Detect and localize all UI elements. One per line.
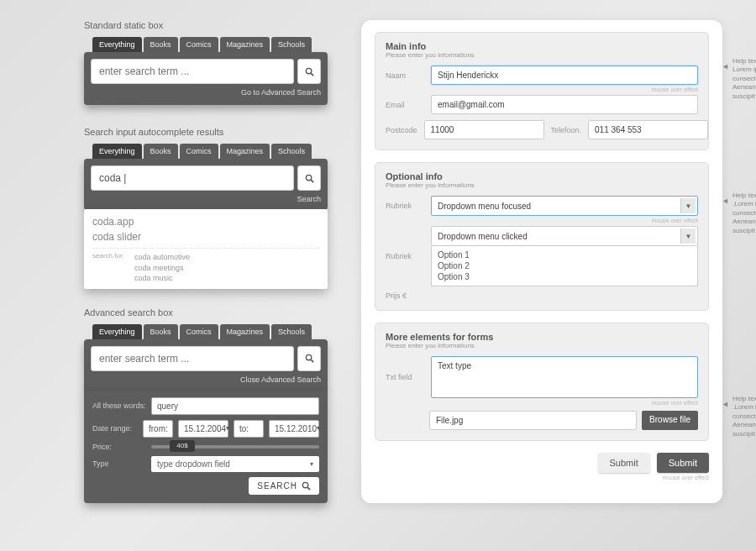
ac-search-label[interactable]: Search bbox=[91, 195, 321, 203]
more-elements-card: More elements for forms Please enter you… bbox=[375, 323, 709, 441]
adv-search-button[interactable]: SEARCH bbox=[249, 477, 319, 495]
tab-books[interactable]: Books bbox=[144, 37, 178, 52]
standard-section: Standard static box Everything Books Com… bbox=[84, 20, 328, 105]
adv-search-icon-button[interactable] bbox=[297, 346, 321, 371]
browse-file-button[interactable]: Browse file bbox=[642, 411, 698, 430]
ac-small-result[interactable]: coda music bbox=[134, 273, 190, 284]
tab-schools[interactable]: Schools bbox=[271, 144, 312, 159]
arrow-left-icon: ◄ bbox=[722, 400, 729, 408]
type-dropdown[interactable]: type dropdown field ▾ bbox=[151, 456, 319, 472]
tele-input[interactable] bbox=[588, 120, 708, 139]
ac-result[interactable]: coda slider bbox=[92, 229, 319, 244]
search-icon bbox=[302, 481, 311, 491]
arrow-left-icon: ◄ bbox=[722, 197, 729, 205]
svg-line-7 bbox=[307, 487, 310, 490]
tab-books[interactable]: Books bbox=[144, 324, 178, 339]
help-text: Help text. Display on hover . Lorem ipsu… bbox=[732, 57, 756, 101]
price-slider[interactable]: 40$ bbox=[151, 445, 319, 449]
svg-point-0 bbox=[306, 68, 311, 73]
standard-title: Standard static box bbox=[84, 20, 328, 30]
ac-results: coda.app coda slider search for: coda au… bbox=[84, 209, 328, 289]
from-label-input[interactable] bbox=[143, 420, 173, 438]
tab-everything[interactable]: Everything bbox=[92, 37, 142, 52]
tab-everything[interactable]: Everything bbox=[92, 324, 142, 339]
adv-search-input[interactable] bbox=[91, 346, 294, 371]
help-text: Help text. Display on hover .Lorem ipsum… bbox=[732, 395, 756, 438]
search-icon bbox=[305, 354, 314, 363]
ac-small-result[interactable]: coda meetings bbox=[134, 263, 190, 274]
postcode-label: Postcode bbox=[386, 126, 417, 134]
slider-knob[interactable]: 40$ bbox=[170, 440, 195, 452]
autocomplete-section: Search input autocomplete results Everyt… bbox=[84, 127, 328, 289]
help-text: Help text. Display on hover .Lorem ipsum… bbox=[732, 192, 756, 235]
dropdown-option[interactable]: Option 3 bbox=[438, 271, 691, 282]
main-info-sub: Please enter you informations bbox=[386, 51, 698, 59]
tab-magazines[interactable]: Magazines bbox=[220, 37, 270, 52]
date-to-input[interactable]: 15.12.2010▾ bbox=[269, 420, 319, 438]
more-title: More elements for forms bbox=[386, 332, 698, 342]
close-adv-link[interactable]: Close Advanced Search bbox=[91, 375, 321, 384]
ac-search-button[interactable] bbox=[297, 165, 321, 191]
submit-button-light[interactable]: Submit bbox=[598, 453, 650, 473]
tab-everything[interactable]: Everything bbox=[92, 144, 142, 159]
chevron-down-icon: ▾ bbox=[310, 460, 313, 468]
tabs-row: Everything Books Comics Magazines School… bbox=[92, 37, 328, 52]
advanced-search-link[interactable]: Go to Advanced Search bbox=[91, 88, 321, 97]
to-label-input[interactable] bbox=[234, 420, 264, 438]
svg-point-2 bbox=[306, 175, 311, 180]
email-label: Email bbox=[386, 101, 424, 109]
text-area[interactable]: Text type bbox=[431, 356, 698, 398]
adv-title: Advanced search box bbox=[84, 307, 328, 317]
main-info-card: Main info Please enter you informations … bbox=[375, 32, 709, 150]
arrow-left-icon: ◄ bbox=[722, 62, 729, 71]
optional-info-card: Optional info Please enter you informati… bbox=[375, 162, 709, 311]
optional-title: Optional info bbox=[386, 171, 698, 181]
dropdown-option[interactable]: Option 1 bbox=[438, 249, 691, 260]
tab-magazines[interactable]: Magazines bbox=[220, 144, 270, 159]
ac-result[interactable]: coda.app bbox=[92, 214, 319, 229]
optional-sub: Please enter you informations bbox=[386, 181, 698, 189]
tab-comics[interactable]: Comics bbox=[180, 144, 218, 159]
txt-field-label: Txt field bbox=[386, 373, 424, 381]
all-words-label: All these words: bbox=[92, 401, 146, 410]
chevron-down-icon: ▾ bbox=[317, 424, 320, 433]
mouse-effect-label: mouse over effect bbox=[375, 475, 709, 480]
date-from-input[interactable]: 15.12.2004▾ bbox=[178, 420, 228, 438]
search-icon bbox=[305, 174, 314, 183]
ac-title: Search input autocomplete results bbox=[84, 127, 328, 137]
tab-comics[interactable]: Comics bbox=[180, 37, 218, 52]
svg-point-4 bbox=[306, 355, 311, 360]
email-input[interactable] bbox=[431, 95, 698, 114]
dropdown-option[interactable]: Option 2 bbox=[438, 260, 691, 271]
ac-small-result[interactable]: coda automotive bbox=[134, 252, 190, 263]
svg-line-5 bbox=[311, 360, 313, 363]
file-input[interactable] bbox=[429, 411, 637, 430]
rubriek-label: Rubriek bbox=[386, 202, 424, 210]
chevron-down-icon: ▼ bbox=[680, 198, 696, 213]
naam-input[interactable] bbox=[431, 66, 698, 85]
submit-button-dark[interactable]: Submit bbox=[657, 453, 709, 473]
postcode-input[interactable] bbox=[424, 120, 544, 139]
ac-search-input[interactable] bbox=[91, 165, 294, 191]
tab-schools[interactable]: Schools bbox=[271, 324, 312, 339]
tab-books[interactable]: Books bbox=[144, 144, 178, 159]
date-range-label: Date range: bbox=[92, 424, 138, 433]
advanced-section: Advanced search box Everything Books Com… bbox=[84, 307, 328, 503]
forms-panel: Main info Please enter you informations … bbox=[361, 20, 722, 503]
mouse-effect-label: mouse over effect bbox=[386, 400, 698, 406]
mouse-effect-label: mouse over effect bbox=[386, 87, 698, 92]
all-words-input[interactable] bbox=[151, 397, 319, 415]
dropdown-clicked[interactable]: Dropdown menu clicked ▼ bbox=[431, 226, 698, 246]
tele-label: Telefoon. bbox=[551, 126, 582, 134]
price-label: Price: bbox=[92, 443, 146, 451]
dropdown-focused[interactable]: Dropdown menu focused ▼ bbox=[431, 196, 698, 216]
tab-magazines[interactable]: Magazines bbox=[220, 324, 270, 339]
tab-schools[interactable]: Schools bbox=[271, 37, 312, 52]
search-input[interactable] bbox=[91, 59, 294, 84]
search-box: Go to Advanced Search bbox=[84, 52, 328, 105]
rubriek-label: Rubriek bbox=[386, 252, 424, 260]
dropdown-options: Option 1 Option 2 Option 3 bbox=[431, 246, 698, 286]
tab-comics[interactable]: Comics bbox=[180, 324, 218, 339]
search-button[interactable] bbox=[297, 59, 321, 84]
main-info-title: Main info bbox=[386, 41, 698, 51]
